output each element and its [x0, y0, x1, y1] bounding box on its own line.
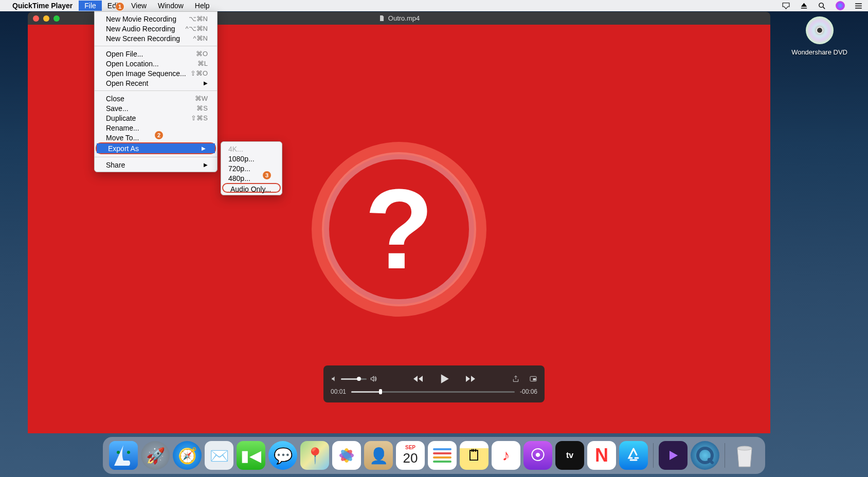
svg-point-5: [127, 451, 130, 454]
player-controls: 00:01 -00:06: [323, 365, 545, 402]
news-icon[interactable]: N: [587, 441, 616, 470]
quicktime-icon[interactable]: [691, 441, 719, 470]
notes-icon[interactable]: 🗒: [460, 441, 489, 470]
control-center-icon[interactable]: [854, 2, 863, 10]
dock: 🚀 🧭 ✉️ ▮◀ 💬 📍 👤 SEP 20 🗒 ♪ ⦿ tv N: [103, 437, 765, 474]
export-4k: 4K...: [221, 144, 282, 154]
menu-new-audio-recording[interactable]: New Audio Recording^⌥⌘N: [95, 24, 217, 33]
video-graphic: ?: [322, 152, 476, 306]
menu-close[interactable]: Close⌘W: [95, 94, 217, 103]
reminders-icon[interactable]: [428, 441, 457, 470]
messages-icon[interactable]: 💬: [268, 441, 297, 470]
svg-point-0: [819, 3, 824, 7]
menu-window[interactable]: Window: [152, 1, 189, 11]
time-elapsed: 00:01: [331, 388, 346, 395]
annotation-marker-3: 3: [262, 171, 272, 180]
contacts-icon[interactable]: 👤: [364, 441, 393, 470]
annotation-marker-2: 2: [154, 131, 164, 140]
uniconverter-icon[interactable]: [659, 441, 688, 470]
svg-rect-2: [533, 378, 536, 380]
maps-icon[interactable]: 📍: [300, 441, 329, 470]
menu-open-file[interactable]: Open File...⌘O: [95, 49, 217, 59]
safari-icon[interactable]: 🧭: [173, 441, 202, 470]
launchpad-icon[interactable]: 🚀: [141, 441, 170, 470]
fast-forward-button[interactable]: [464, 373, 477, 385]
menu-new-screen-recording[interactable]: New Screen Recording^⌘N: [95, 33, 217, 43]
play-button[interactable]: [437, 371, 452, 387]
photos-icon[interactable]: [332, 441, 361, 470]
svg-point-4: [117, 451, 120, 454]
menu-share[interactable]: Share▶: [95, 160, 217, 170]
menu-open-image-sequence[interactable]: Open Image Sequence...⇧⌘O: [95, 68, 217, 78]
menubar: QuickTime Player File Edit View Window H…: [0, 0, 868, 11]
desktop-dvd-icon[interactable]: Wondershare DVD: [791, 16, 847, 56]
podcasts-icon[interactable]: ⦿: [523, 441, 552, 470]
export-1080p[interactable]: 1080p...: [221, 154, 282, 163]
time-remaining: -00:06: [520, 388, 537, 395]
trash-icon[interactable]: [730, 441, 759, 470]
music-icon[interactable]: ♪: [492, 441, 520, 470]
disc-icon: [806, 16, 834, 44]
eject-icon[interactable]: [800, 2, 808, 10]
menu-view[interactable]: View: [125, 1, 152, 11]
window-minimize-button[interactable]: [43, 15, 49, 22]
annotation-marker-1: 1: [115, 2, 124, 11]
finder-icon[interactable]: [109, 441, 138, 470]
calendar-icon[interactable]: SEP 20: [396, 441, 425, 470]
export-720p[interactable]: 720p...: [221, 163, 282, 173]
siri-icon[interactable]: [836, 1, 845, 10]
menu-open-recent[interactable]: Open Recent▶: [95, 78, 217, 88]
scrubber[interactable]: [351, 391, 515, 393]
mail-icon[interactable]: ✉️: [205, 441, 233, 470]
tv-icon[interactable]: tv: [555, 441, 584, 470]
menu-duplicate[interactable]: Duplicate⇧⌘S: [95, 113, 217, 123]
menu-help[interactable]: Help: [189, 1, 215, 11]
volume-slider[interactable]: [341, 378, 367, 380]
app-name[interactable]: QuickTime Player: [12, 2, 73, 10]
airplay-icon[interactable]: [782, 2, 790, 10]
window-zoom-button[interactable]: [53, 15, 60, 22]
menu-save[interactable]: Save...⌘S: [95, 103, 217, 113]
svg-point-11: [737, 446, 752, 450]
pip-icon[interactable]: [529, 375, 537, 383]
window-close-button[interactable]: [33, 15, 39, 22]
share-icon[interactable]: [512, 375, 520, 383]
file-menu-dropdown: New Movie Recording⌥⌘N New Audio Recordi…: [94, 11, 218, 172]
desktop-icon-label: Wondershare DVD: [791, 48, 847, 56]
document-icon: [378, 15, 385, 22]
search-icon[interactable]: [818, 2, 826, 10]
export-480p[interactable]: 480p...: [221, 173, 282, 183]
facetime-icon[interactable]: ▮◀: [237, 441, 265, 470]
export-as-submenu: 4K... 1080p... 720p... 480p... Audio Onl…: [221, 141, 282, 195]
window-title: Outro.mp4: [388, 14, 420, 22]
menu-file[interactable]: File: [79, 1, 102, 11]
menu-open-location[interactable]: Open Location...⌘L: [95, 59, 217, 68]
rewind-button[interactable]: [412, 373, 424, 385]
export-audio-only[interactable]: Audio Only...: [222, 183, 281, 193]
volume-max-icon[interactable]: [370, 375, 377, 382]
menu-export-as[interactable]: Export As▶: [97, 143, 215, 153]
menu-new-movie-recording[interactable]: New Movie Recording⌥⌘N: [95, 14, 217, 24]
volume-min-icon[interactable]: [331, 375, 338, 382]
appstore-icon[interactable]: [619, 441, 648, 470]
